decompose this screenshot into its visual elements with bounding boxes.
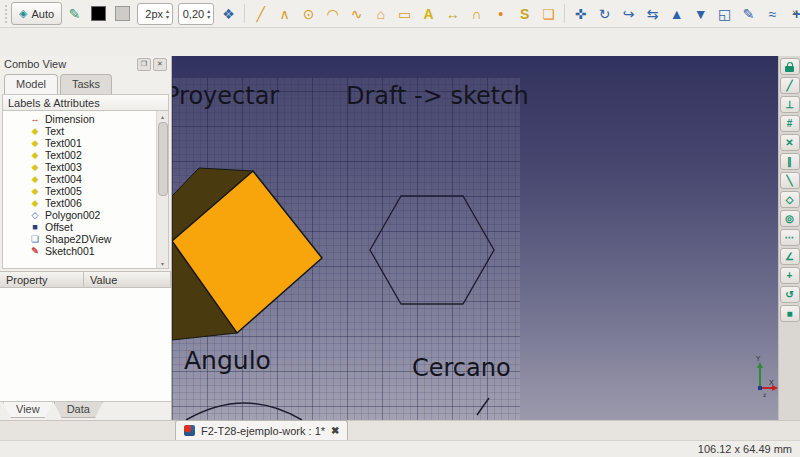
tree-item[interactable]: ◆ Text003: [3, 161, 168, 173]
scroll-down-icon[interactable]: ▾: [157, 258, 168, 268]
annotation-cercano[interactable]: Cercano: [412, 355, 511, 381]
tree-item[interactable]: ✎ Sketch001: [3, 245, 168, 257]
constraint-angle-button[interactable]: ∠: [780, 248, 800, 265]
draft-point-button[interactable]: •: [489, 2, 512, 25]
constraint-lock-button[interactable]: [780, 58, 800, 75]
draft-bezcurve-button[interactable]: ∩: [465, 2, 488, 25]
draft-bspline-button[interactable]: ∿: [345, 2, 368, 25]
constraint-block-button[interactable]: ■: [780, 305, 800, 322]
constraint-equal-button[interactable]: ◇: [780, 191, 800, 208]
draft-text-button[interactable]: A: [417, 2, 440, 25]
float-panel-button[interactable]: ❐: [137, 58, 151, 71]
value-column-header[interactable]: Value: [84, 271, 171, 288]
draft-arc-button[interactable]: ◠: [321, 2, 344, 25]
combo-view-panel: Combo View ❐ ✕ Model Tasks Labels & Attr…: [0, 56, 172, 420]
annotation-angulo[interactable]: Angulo: [184, 347, 271, 375]
draft-upgrade-button[interactable]: ▲: [665, 2, 688, 25]
close-icon: ✕: [157, 60, 163, 68]
tree-item[interactable]: ■ Offset: [3, 221, 168, 233]
scrollbar-thumb[interactable]: [158, 122, 168, 196]
draft-bezcurve-icon: ∩: [472, 7, 482, 21]
draft-offset-button[interactable]: ↪: [617, 2, 640, 25]
constraint-perpendicular-icon: ⊥: [785, 100, 794, 110]
draft-rotate-icon: ↻: [599, 7, 611, 21]
annotation-draft-sketch[interactable]: Draft -> sketch: [346, 83, 529, 109]
draft-line-icon: ╱: [256, 7, 264, 21]
constraint-delete-button[interactable]: ✕: [780, 134, 800, 151]
sketcher-constraints-toolbar: ╱⊥#✕∥╲◇◎⋯∠+↺■: [778, 56, 800, 420]
draft-edit-button[interactable]: ✎: [737, 2, 760, 25]
tab-close-icon[interactable]: ✖: [331, 425, 339, 436]
draft-circle-icon: ⊙: [303, 7, 315, 21]
text-icon: ◆: [29, 151, 41, 160]
tree-item[interactable]: ◆ Text002: [3, 149, 168, 161]
tree-item[interactable]: ◆ Text004: [3, 173, 168, 185]
construction-mode-toggle[interactable]: ✎: [63, 2, 86, 25]
draft-shapestring-icon: S: [520, 7, 529, 21]
draft-polygon-button[interactable]: ⌂: [369, 2, 392, 25]
draft-downgrade-icon: ▼: [694, 7, 708, 21]
tab-model[interactable]: Model: [4, 74, 58, 94]
tree-item[interactable]: ↔ Dimension: [3, 113, 168, 125]
tab-tasks[interactable]: Tasks: [60, 74, 112, 94]
constraint-perpendicular-button[interactable]: ⊥: [780, 96, 800, 113]
draft-rotate-button[interactable]: ↻: [593, 2, 616, 25]
draft-line-button[interactable]: ╱: [249, 2, 272, 25]
tree-item[interactable]: ◆ Text: [3, 125, 168, 137]
draft-wire-button[interactable]: ∧: [273, 2, 296, 25]
viewport-3d[interactable]: Y X z Proyectar Draft -> sketch Angulo C…: [172, 56, 778, 420]
tree-item[interactable]: ◆ Text006: [3, 197, 168, 209]
combo-view-title: Combo View: [4, 58, 66, 70]
constraint-parallel-button[interactable]: ∥: [780, 153, 800, 170]
float-icon: ❐: [141, 60, 147, 68]
draft-dimension-button[interactable]: ↔: [441, 2, 464, 25]
face-color-swatch[interactable]: [111, 2, 134, 25]
document-tab[interactable]: F2-T28-ejemplo-work : 1* ✖: [175, 420, 348, 440]
spin-down-icon[interactable]: ▾: [207, 14, 210, 20]
construction-mode-icon: ✎: [69, 7, 81, 21]
draft-circle-button[interactable]: ⊙: [297, 2, 320, 25]
draft-trimex-button[interactable]: ⇆: [641, 2, 664, 25]
constraint-distance-icon: ╱: [786, 81, 792, 91]
constraint-distance-button[interactable]: ╱: [780, 77, 800, 94]
constraint-concentric-button[interactable]: ◎: [780, 210, 800, 227]
constraint-tangent-button[interactable]: ╲: [780, 172, 800, 189]
working-plane-button[interactable]: ◈ Auto: [11, 2, 62, 25]
tab-view[interactable]: View: [3, 402, 53, 418]
draft-wire-to-bspline-button[interactable]: ≈: [761, 2, 784, 25]
constraint-auto-button[interactable]: #: [780, 115, 800, 132]
apply-style-button[interactable]: ❖: [217, 2, 240, 25]
property-column-header[interactable]: Property: [0, 271, 84, 288]
tree-item[interactable]: ◇ Polygon002: [3, 209, 168, 221]
tab-data[interactable]: Data: [54, 402, 103, 418]
toolbar-grip[interactable]: [5, 5, 7, 23]
tree-item[interactable]: ❏ Shape2DView: [3, 233, 168, 245]
draft-facebinder-button[interactable]: ❏: [537, 2, 560, 25]
draft-shapestring-button[interactable]: S: [513, 2, 536, 25]
constraint-coincident-button[interactable]: +: [780, 267, 800, 284]
spin-down-icon[interactable]: ▾: [166, 14, 169, 20]
toolbar-overflow-button[interactable]: »: [792, 6, 798, 18]
property-editor-area: [0, 288, 171, 401]
face-color-icon: [115, 6, 130, 21]
constraint-distance-x-button[interactable]: ⋯: [780, 229, 800, 246]
annotation-proyectar[interactable]: Proyectar: [172, 83, 279, 109]
line-color-icon: [91, 6, 106, 21]
draft-rectangle-button[interactable]: ▭: [393, 2, 416, 25]
line-color-swatch[interactable]: [87, 2, 110, 25]
scroll-up-icon[interactable]: ▴: [157, 111, 168, 121]
draft-rectangle-icon: ▭: [398, 7, 411, 21]
scale-spinbox[interactable]: 0,20 ▴ ▾: [178, 3, 214, 25]
constraint-symmetric-button[interactable]: ↺: [780, 286, 800, 303]
line-width-spinbox[interactable]: 2px ▴ ▾: [137, 3, 173, 25]
constraint-auto-icon: #: [787, 119, 793, 129]
model-tree: ↔ Dimension ◆ Text ◆ Text001 ◆ Text002 ◆…: [2, 111, 169, 269]
tree-scrollbar[interactable]: ▴ ▾: [156, 111, 168, 268]
tree-item[interactable]: ◆ Text001: [3, 137, 168, 149]
tree-item[interactable]: ◆ Text005: [3, 185, 168, 197]
draft-move-button[interactable]: ✜: [569, 2, 592, 25]
close-panel-button[interactable]: ✕: [153, 58, 167, 71]
draft-downgrade-button[interactable]: ▼: [689, 2, 712, 25]
draft-scale-button[interactable]: ◱: [713, 2, 736, 25]
draft-point-icon: •: [498, 7, 503, 21]
